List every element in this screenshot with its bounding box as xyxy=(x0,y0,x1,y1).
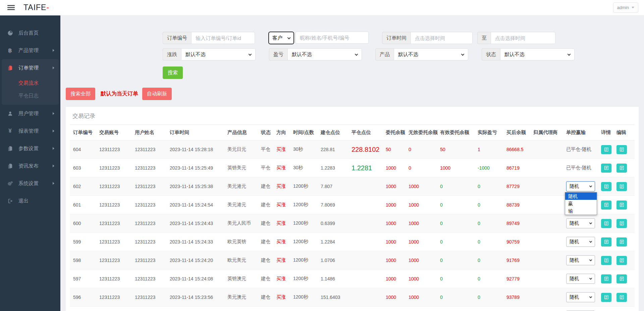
search-button[interactable]: 搜索 xyxy=(163,66,183,79)
table-body: 60412311223123112232023-11-14 15:28:18美元… xyxy=(70,140,635,311)
detail-button[interactable] xyxy=(601,164,611,173)
cell-invalid-entrust: 1000 xyxy=(407,288,439,307)
cell-open-point: 1.2283 xyxy=(319,159,350,177)
search-all-button[interactable]: 搜索全部 xyxy=(66,88,95,100)
order-no-filter: 订单编号 xyxy=(163,32,255,44)
cell-order-time: 2023-11-14 15:25:38 xyxy=(168,177,226,196)
cell-product-info: 美元法郎 xyxy=(226,307,260,311)
profit-select[interactable]: 默认不选 xyxy=(287,48,362,60)
detail-button[interactable] xyxy=(601,182,611,191)
win-control-select[interactable]: 随机 xyxy=(566,237,595,247)
column-header: 归属代理商 xyxy=(532,125,565,140)
customer-type-select[interactable]: 客户 xyxy=(268,32,294,44)
product-select[interactable]: 默认不选 xyxy=(394,48,468,60)
edit-button[interactable] xyxy=(616,256,627,265)
logout-icon xyxy=(6,198,14,204)
chevron-right-icon xyxy=(53,112,54,115)
edit-button[interactable] xyxy=(616,145,627,154)
cell-user-name: 12311223 xyxy=(133,159,168,177)
cell-order-id: 597 xyxy=(70,270,98,288)
cell-order-time: 2023-11-14 15:24:43 xyxy=(168,214,226,233)
edit-button[interactable] xyxy=(616,164,627,173)
detail-button[interactable] xyxy=(601,145,611,154)
edit-button[interactable] xyxy=(616,274,627,283)
detail-button[interactable] xyxy=(601,274,611,283)
win-control-option[interactable]: 输 xyxy=(565,207,597,215)
admin-username: admin xyxy=(617,5,629,10)
cell-trade-account: 12311223 xyxy=(98,251,133,270)
chevron-down-icon xyxy=(461,52,465,56)
win-control-option[interactable]: 赢 xyxy=(565,200,597,207)
top-bar: TAIFE- admin xyxy=(0,0,644,15)
sidebar-item-reports[interactable]: ¥报表管理 xyxy=(2,122,59,140)
cell-product-info: 欧元英镑 xyxy=(226,233,260,251)
win-control-select[interactable]: 随机 xyxy=(566,292,595,302)
cell-period: 1200秒 xyxy=(292,307,319,311)
cell-direction: 买涨 xyxy=(275,251,292,270)
sidebar-item-news[interactable]: 资讯发布 xyxy=(2,157,59,175)
form-icon xyxy=(604,202,609,208)
product-label: 产品 xyxy=(375,48,394,60)
sidebar-item-products[interactable]: ฿产品管理 xyxy=(2,42,59,59)
sidebar-item-orders[interactable]: 订单管理 xyxy=(2,59,59,77)
edit-button[interactable] xyxy=(616,182,627,191)
detail-button[interactable] xyxy=(601,201,611,210)
admin-menu[interactable]: admin xyxy=(613,2,638,13)
time-from-input[interactable] xyxy=(411,32,473,44)
sidebar-item-system[interactable]: 系统设置 xyxy=(2,175,59,192)
sidebar-item-params[interactable]: 参数设置 xyxy=(2,140,59,157)
params-icon xyxy=(6,145,14,151)
win-control-select[interactable]: 随机 xyxy=(566,255,595,265)
sidebar-subitem-trade-flow[interactable]: 交易流水 xyxy=(2,77,59,89)
customer-keyword-input[interactable] xyxy=(296,32,369,44)
chevron-right-icon xyxy=(53,49,54,52)
win-control-select[interactable]: 随机 xyxy=(566,218,595,228)
form-icon xyxy=(619,295,625,300)
trade-records-table: 订单编号交易账号用户姓名订单时间产品信息状态方向时间/点数建仓点位平仓点位委托余… xyxy=(70,125,635,311)
cell-agent xyxy=(532,140,565,159)
cell-actual-profit: 0 xyxy=(476,233,505,251)
cell-valid-entrust: 0 xyxy=(439,307,476,311)
status-select[interactable]: 默认不选 xyxy=(500,48,575,60)
edit-button[interactable] xyxy=(616,293,627,302)
cell-trade-account: 12311223 xyxy=(98,177,133,196)
to-label: 至 xyxy=(477,32,491,44)
sidebar-item-label: 参数设置 xyxy=(18,145,39,152)
product-filter: 产品 默认不选 xyxy=(375,48,468,60)
cell-invalid-entrust: 1000 xyxy=(407,307,439,311)
updown-value: 默认不选 xyxy=(185,51,206,58)
sidebar-item-users[interactable]: 用户管理 xyxy=(2,105,59,122)
win-control-select[interactable]: 随机 xyxy=(566,274,595,284)
detail-button[interactable] xyxy=(601,256,611,265)
trade-records-card: 交易记录 订单编号交易账号用户姓名订单时间产品信息状态方向时间/点数建仓点位平仓… xyxy=(66,107,639,311)
win-control-select[interactable]: 随机 xyxy=(566,181,595,191)
detail-button[interactable] xyxy=(601,293,611,302)
time-to-input[interactable] xyxy=(491,32,555,44)
news-icon xyxy=(6,163,14,169)
form-icon xyxy=(619,184,625,189)
form-icon xyxy=(619,147,625,152)
brand-logo: TAIFE- xyxy=(23,3,49,12)
auto-refresh-button[interactable]: 自动刷新 xyxy=(142,88,172,100)
sidebar-subitem-close-log[interactable]: 平仓日志 xyxy=(2,89,59,102)
sidebar-item-dashboard[interactable]: 后台首页 xyxy=(2,24,59,42)
sidebar-item-logout[interactable]: 退出 xyxy=(2,192,59,210)
edit-button[interactable] xyxy=(616,237,627,247)
edit-button[interactable] xyxy=(616,219,627,228)
cell-after-balance: 93789 xyxy=(505,288,532,307)
cell-direction: 买涨 xyxy=(275,233,292,251)
menu-toggle-icon[interactable] xyxy=(7,4,15,11)
dashboard-icon xyxy=(6,30,14,36)
detail-button[interactable] xyxy=(601,219,611,228)
cell-close-point xyxy=(350,307,384,311)
column-header: 无效委托余额 xyxy=(407,125,439,140)
detail-button[interactable] xyxy=(601,237,611,247)
edit-button[interactable] xyxy=(616,201,627,210)
cell-open-point: 1.2284 xyxy=(319,233,350,251)
column-header: 买后余额 xyxy=(505,125,532,140)
updown-select[interactable]: 默认不选 xyxy=(181,48,256,60)
chevron-down-icon xyxy=(249,52,252,56)
win-control-option[interactable]: 随机 xyxy=(565,192,597,200)
status-value: 默认不选 xyxy=(504,51,525,58)
order-no-input[interactable] xyxy=(191,32,255,44)
